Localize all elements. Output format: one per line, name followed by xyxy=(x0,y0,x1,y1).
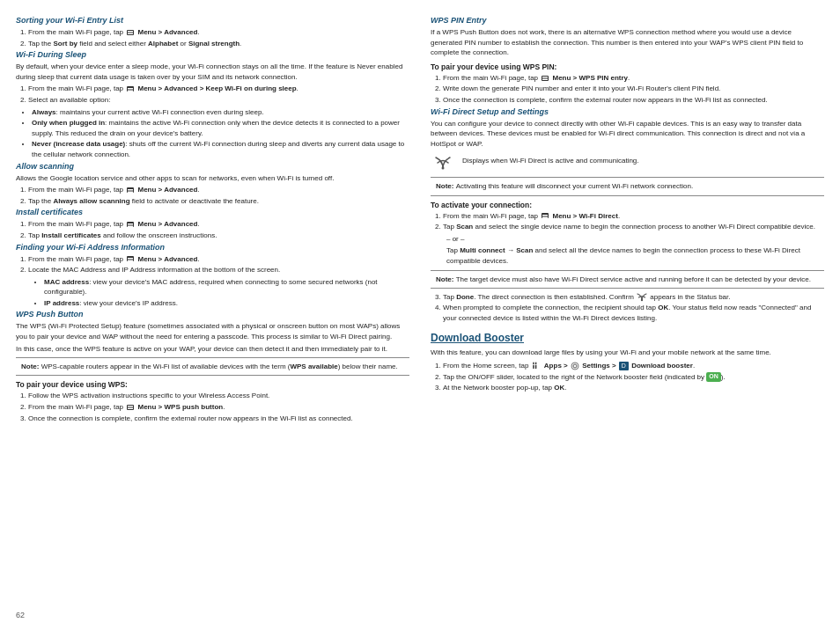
section-title-address: Finding your Wi-Fi Address Information xyxy=(16,243,409,252)
note-label: Note: xyxy=(436,182,456,190)
step-item: From the Home screen, tap ⠿ Apps > Setti… xyxy=(443,361,824,371)
svg-point-0 xyxy=(442,167,445,170)
step-item: Follow the WPS activation instructions s… xyxy=(28,391,409,401)
step-item: From the main Wi-Fi page, tap Menu > WPS… xyxy=(28,402,409,413)
step-item: Tap Install certificates and follow the … xyxy=(28,231,409,241)
svg-point-3 xyxy=(571,363,578,370)
section-wps-pin: WPS PIN Entry If a WPS Push Button does … xyxy=(431,16,824,106)
svg-point-2 xyxy=(573,364,577,368)
step-item: From the main Wi-Fi page, tap Menu > Adv… xyxy=(28,185,409,195)
right-column: WPS PIN Entry If a WPS Push Button does … xyxy=(431,16,824,614)
wps-pair-heading: To pair your device using WPS: xyxy=(16,380,409,389)
step-item: Locate the MAC Address and IP Address in… xyxy=(28,265,409,308)
step-item: Tap the Always allow scanning field to a… xyxy=(28,196,409,207)
wifi-direct-steps2: Tap Done. The direct connection is then … xyxy=(443,292,824,324)
section-title-sorting: Sorting your Wi-Fi Entry List xyxy=(16,16,409,25)
step-item: Write down the generate PIN number and e… xyxy=(443,84,824,94)
step-item: Tap the Sort by field and select either … xyxy=(28,39,409,49)
section-wifi-sleep: Wi-Fi During Sleep By default, when your… xyxy=(16,50,409,159)
wifi-status-icon xyxy=(636,293,648,302)
note-label: Note: xyxy=(21,363,41,370)
step-item: From the main Wi-Fi page, tap Menu > WPS… xyxy=(443,73,824,84)
wps-note-box: Note: WPS-capable routers appear in the … xyxy=(16,357,409,376)
sleep-intro: By default, when your device enter a sle… xyxy=(16,62,409,82)
page-number: 62 xyxy=(16,611,25,619)
section-download-booster: Download Booster With this feature, you … xyxy=(431,332,824,392)
section-allow-scanning: Allow scanning Allows the Google locatio… xyxy=(16,162,409,207)
wps-steps: Follow the WPS activation instructions s… xyxy=(28,391,409,423)
menu-icon xyxy=(126,187,135,194)
scanning-intro: Allows the Google location service and o… xyxy=(16,173,409,184)
bullet-item: Only when plugged in: maintains the acti… xyxy=(32,118,409,138)
wps-pin-steps: From the main Wi-Fi page, tap Menu > WPS… xyxy=(443,73,824,106)
settings-gear-icon xyxy=(571,362,579,370)
wifi-direct-display-text: Displays when Wi-Fi Direct is active and… xyxy=(462,152,639,166)
section-install-certs: Install certificates From the main Wi-Fi… xyxy=(16,208,409,240)
sleep-bullets: Always: maintains your current active Wi… xyxy=(32,107,409,160)
step-item: Tap the ON/OFF slider, located to the ri… xyxy=(443,372,824,383)
menu-icon xyxy=(541,212,549,219)
section-sorting-wifi: Sorting your Wi-Fi Entry List From the m… xyxy=(16,16,409,48)
menu-icon xyxy=(126,255,135,262)
download-booster-icon: D xyxy=(619,362,629,370)
step-item: From the main Wi-Fi page, tap Menu > Adv… xyxy=(28,27,409,38)
step-item: Once the connection is complete, confirm… xyxy=(443,95,824,106)
step-item: Once the connection is complete, confirm… xyxy=(28,414,409,424)
menu-icon xyxy=(126,221,135,228)
menu-icon xyxy=(541,75,549,82)
or-text: – or – xyxy=(446,234,824,245)
wps-pin-intro: If a WPS Push Button does not work, ther… xyxy=(431,27,824,58)
wps-push-intro2: In this case, once the WPS feature is ac… xyxy=(16,344,409,355)
section-title-wps-push: WPS Push Button xyxy=(16,310,409,319)
wifi-direct-symbol xyxy=(431,152,455,173)
step-item: At the Network booster pop-up, tap OK. xyxy=(443,383,824,393)
download-booster-title: Download Booster xyxy=(431,332,824,344)
section-wifi-address: Finding your Wi-Fi Address Information F… xyxy=(16,243,409,309)
note-text: The target device must also have Wi-Fi D… xyxy=(456,275,811,283)
wifi-direct-intro: You can configure your device to connect… xyxy=(431,119,824,150)
left-column: Sorting your Wi-Fi Entry List From the m… xyxy=(16,16,409,614)
multi-connect-text: Tap Multi connect → Scan and select all … xyxy=(446,245,824,266)
bullet-item: MAC address: view your device's MAC addr… xyxy=(44,277,409,297)
note-text: Activating this feature will disconnect … xyxy=(456,182,693,190)
address-subbullets: MAC address: view your device's MAC addr… xyxy=(44,277,409,309)
apps-grid-icon: ⠿ xyxy=(532,362,542,370)
step-item: Tap Done. The direct connection is then … xyxy=(443,292,824,303)
scanning-steps: From the main Wi-Fi page, tap Menu > Adv… xyxy=(28,185,409,206)
wifi-direct-note1: Note: Activating this feature will disco… xyxy=(431,177,824,195)
wifi-direct-steps: From the main Wi-Fi page, tap Menu > Wi-… xyxy=(443,211,824,232)
note-label: Note: xyxy=(436,275,456,283)
section-wps-push: WPS Push Button The WPS (Wi-Fi Protected… xyxy=(16,310,409,423)
step-item: Tap Scan and select the single device na… xyxy=(443,222,824,232)
menu-icon xyxy=(126,404,135,411)
bullet-item: Never (increase data usage): shuts off t… xyxy=(32,139,409,159)
menu-icon xyxy=(126,29,135,36)
section-title-sleep: Wi-Fi During Sleep xyxy=(16,50,409,59)
address-steps: From the main Wi-Fi page, tap Menu > Adv… xyxy=(28,254,409,309)
section-title-scanning: Allow scanning xyxy=(16,162,409,171)
wifi-direct-icon-row: Displays when Wi-Fi Direct is active and… xyxy=(431,152,824,173)
wps-pin-heading: To pair your device using WPS PIN: xyxy=(431,62,824,71)
section-wifi-direct: Wi-Fi Direct Setup and Settings You can … xyxy=(431,107,824,324)
section-title-wps-pin: WPS PIN Entry xyxy=(431,16,824,25)
section-title-direct: Wi-Fi Direct Setup and Settings xyxy=(431,107,824,116)
step-item: Select an available option: xyxy=(28,95,409,106)
step-item: When prompted to complete the connection… xyxy=(443,303,824,323)
wifi-direct-svg xyxy=(431,154,455,172)
wifi-direct-note2: Note: The target device must also have W… xyxy=(431,270,824,289)
step-item: From the main Wi-Fi page, tap Menu > Adv… xyxy=(28,84,409,94)
section-title-certs: Install certificates xyxy=(16,208,409,216)
activate-connection-heading: To activate your connection: xyxy=(431,201,824,209)
bullet-item: IP address: view your device's IP addres… xyxy=(44,298,409,309)
certs-steps: From the main Wi-Fi page, tap Menu > Adv… xyxy=(28,219,409,240)
step-item: From the main Wi-Fi page, tap Menu > Adv… xyxy=(28,219,409,230)
note-text: WPS-capable routers appear in the Wi-Fi … xyxy=(41,363,398,370)
step-item: From the main Wi-Fi page, tap Menu > Adv… xyxy=(28,254,409,265)
sorting-steps: From the main Wi-Fi page, tap Menu > Adv… xyxy=(28,27,409,48)
sleep-steps: From the main Wi-Fi page, tap Menu > Adv… xyxy=(28,84,409,105)
step-item: From the main Wi-Fi page, tap Menu > Wi-… xyxy=(443,211,824,222)
svg-point-1 xyxy=(641,298,643,300)
menu-icon xyxy=(126,85,135,92)
on-badge: ON xyxy=(706,372,721,381)
download-booster-intro: With this feature, you can download larg… xyxy=(431,348,824,358)
